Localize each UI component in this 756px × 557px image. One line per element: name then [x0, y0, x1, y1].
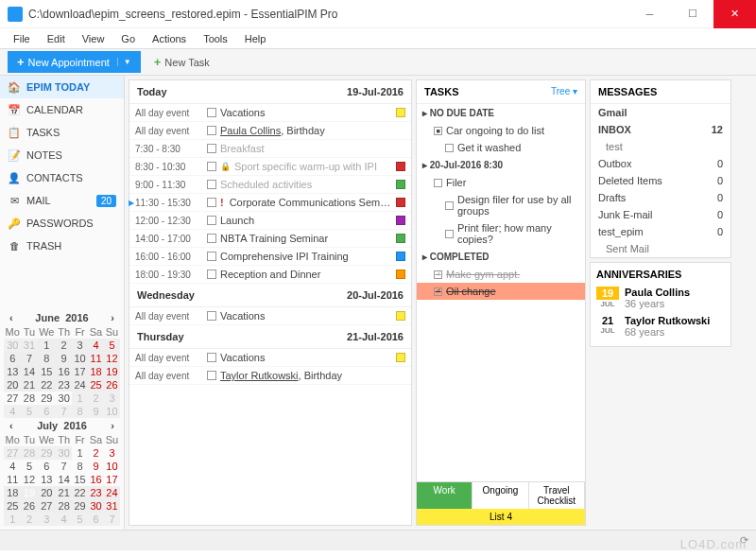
- task-item[interactable]: Design filer for use by all groups: [417, 191, 585, 219]
- task-tab[interactable]: Ongoing: [472, 481, 528, 509]
- checkbox[interactable]: [445, 144, 454, 152]
- tasks-view-toggle[interactable]: Tree ▾: [551, 86, 577, 97]
- task-item[interactable]: ■Car ongoing to do list: [417, 122, 585, 139]
- event-time: 9:00 - 11:30: [135, 180, 203, 190]
- menu-edit[interactable]: Edit: [40, 31, 73, 46]
- checkbox[interactable]: [434, 179, 442, 187]
- event-row[interactable]: All day eventVacations: [129, 307, 411, 325]
- new-task-button[interactable]: + New Task: [146, 51, 217, 73]
- checkbox[interactable]: [207, 144, 216, 153]
- mail-folder[interactable]: test_epim0: [591, 223, 730, 240]
- anniversary-item[interactable]: 21JULTaylor Rutkowski68 years: [596, 312, 725, 340]
- mini-calendar[interactable]: MoTuWeThFrSaSu30311234567891011121314151…: [4, 325, 120, 418]
- cal-month[interactable]: July 2016: [37, 420, 87, 431]
- checkbox[interactable]: [207, 198, 216, 207]
- task-group[interactable]: ▸ 20-Jul-2016 8:30: [417, 156, 585, 174]
- checkbox[interactable]: ✓: [434, 287, 442, 296]
- category-color: [396, 353, 405, 362]
- nav-notes[interactable]: 📝NOTES: [0, 144, 124, 166]
- nav-mail[interactable]: ✉MAIL20: [0, 189, 124, 212]
- nav-epim-today[interactable]: 🏠EPIM TODAY: [0, 76, 124, 98]
- event-row[interactable]: ▶11:30 - 15:30!Corporate Communications …: [129, 194, 411, 212]
- checkbox[interactable]: [207, 126, 216, 135]
- task-group[interactable]: ▸ COMPLETED: [417, 248, 585, 266]
- menu-help[interactable]: Help: [237, 31, 274, 46]
- maximize-button[interactable]: ☐: [671, 0, 713, 28]
- mail-folder[interactable]: Junk E-mail0: [591, 206, 730, 223]
- event-row[interactable]: 18:00 - 19:30Reception and Dinner: [129, 266, 411, 284]
- task-tab[interactable]: Work: [417, 481, 472, 509]
- event-row[interactable]: 7:30 - 8:30Breakfast: [129, 140, 411, 158]
- checkbox[interactable]: [207, 180, 216, 189]
- mail-folder[interactable]: Sent Mail: [591, 240, 730, 257]
- day-date: 21-Jul-2016: [347, 331, 404, 342]
- event-time: 8:30 - 10:30: [135, 162, 203, 172]
- event-row[interactable]: All day eventPaula Collins, Birthday: [129, 122, 411, 140]
- checkbox[interactable]: [207, 162, 216, 171]
- close-button[interactable]: ✕: [713, 0, 756, 28]
- checkbox[interactable]: [445, 230, 454, 238]
- task-text: Car ongoing to do list: [446, 125, 544, 136]
- event-row[interactable]: All day eventTaylor Rutkowski, Birthday: [129, 367, 411, 385]
- task-tab[interactable]: Travel Checklist: [529, 481, 585, 509]
- mail-folder[interactable]: Deleted Items0: [591, 172, 730, 189]
- day-title: Thursday: [137, 331, 184, 342]
- menu-actions[interactable]: Actions: [145, 31, 194, 46]
- event-row[interactable]: All day eventVacations: [129, 104, 411, 122]
- mail-account[interactable]: Gmail: [598, 107, 627, 118]
- menubar: FileEditViewGoActionsToolsHelp: [0, 28, 756, 49]
- menu-go[interactable]: Go: [113, 31, 143, 46]
- mini-calendar[interactable]: MoTuWeThFrSaSu27282930123456789101112131…: [4, 433, 120, 526]
- checkbox[interactable]: [207, 216, 216, 225]
- task-item[interactable]: Filer: [417, 174, 585, 191]
- menu-view[interactable]: View: [75, 31, 112, 46]
- cal-next[interactable]: ›: [111, 312, 114, 323]
- event-row[interactable]: 12:00 - 12:30Launch: [129, 212, 411, 230]
- nav-icon: 📋: [8, 126, 21, 139]
- event-row[interactable]: 16:00 - 16:00Comprehensive IPI Training: [129, 248, 411, 266]
- anniversary-item[interactable]: 19JULPaula Collins36 years: [596, 284, 725, 312]
- task-tab-list4[interactable]: List 4: [417, 509, 585, 525]
- checkbox[interactable]: [445, 201, 454, 210]
- new-appointment-button[interactable]: + New Appointment ▼: [8, 51, 141, 73]
- mail-folder[interactable]: Drafts0: [591, 189, 730, 206]
- lock-icon: 🔒: [220, 162, 231, 171]
- mail-folder[interactable]: test: [591, 138, 730, 155]
- nav-passwords[interactable]: 🔑PASSWORDS: [0, 212, 124, 235]
- menu-tools[interactable]: Tools: [196, 31, 235, 46]
- mail-folder[interactable]: Outbox0: [591, 155, 730, 172]
- menu-file[interactable]: File: [6, 31, 38, 46]
- nav-contacts[interactable]: 👤CONTACTS: [0, 166, 124, 189]
- nav-calendar[interactable]: 📅CALENDAR: [0, 98, 124, 121]
- checkbox[interactable]: [207, 270, 216, 279]
- checkbox[interactable]: [207, 371, 216, 380]
- nav-trash[interactable]: 🗑TRASH: [0, 235, 124, 257]
- mail-folder[interactable]: INBOX12: [591, 121, 730, 138]
- event-row[interactable]: All day eventVacations: [129, 349, 411, 367]
- event-row[interactable]: 9:00 - 11:30Scheduled activities: [129, 176, 411, 194]
- nav-icon: 📝: [8, 148, 21, 162]
- checkbox[interactable]: ✓: [434, 270, 442, 279]
- cal-next[interactable]: ›: [111, 420, 114, 431]
- minimize-button[interactable]: ─: [628, 0, 671, 28]
- nav-tasks[interactable]: 📋TASKS: [0, 121, 124, 144]
- task-group[interactable]: ▸ NO DUE DATE: [417, 104, 585, 122]
- task-item[interactable]: Print filer; how many copies?: [417, 219, 585, 248]
- event-row[interactable]: 14:00 - 17:00NBTA Training Seminar: [129, 230, 411, 248]
- event-time: 14:00 - 17:00: [135, 234, 203, 244]
- cal-prev[interactable]: ‹: [9, 312, 13, 323]
- checkbox[interactable]: [207, 311, 216, 321]
- task-item[interactable]: ✓Make gym appt.: [417, 266, 585, 283]
- checkbox[interactable]: ■: [434, 127, 442, 135]
- event-text: Vacations: [220, 310, 392, 322]
- checkbox[interactable]: [207, 108, 216, 117]
- checkbox[interactable]: [207, 353, 216, 362]
- event-row[interactable]: 8:30 - 10:30🔒Sport specific warm-up with…: [129, 158, 411, 176]
- checkbox[interactable]: [207, 252, 216, 261]
- checkbox[interactable]: [207, 234, 216, 243]
- task-item[interactable]: Get it washed: [417, 139, 585, 156]
- dropdown-icon[interactable]: ▼: [117, 58, 131, 66]
- task-item[interactable]: ✓Oil change: [417, 283, 585, 300]
- cal-prev[interactable]: ‹: [9, 420, 13, 431]
- cal-month[interactable]: June 2016: [35, 312, 88, 323]
